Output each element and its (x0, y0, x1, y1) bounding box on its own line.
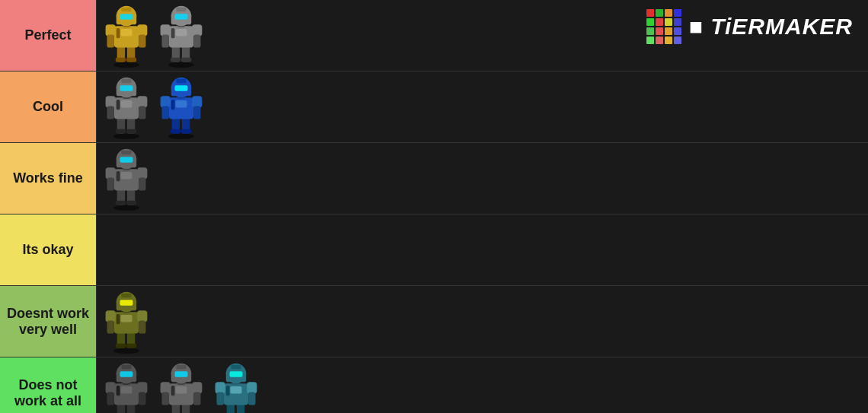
svg-rect-101 (116, 314, 120, 324)
figure-perfect-1 (155, 3, 208, 68)
svg-rect-129 (193, 392, 200, 405)
svg-rect-92 (106, 310, 116, 322)
svg-rect-128 (162, 392, 169, 405)
svg-rect-84 (116, 171, 120, 181)
svg-rect-134 (176, 365, 186, 370)
tier-row-does-not-work: Does not work at all (0, 357, 868, 413)
svg-rect-49 (121, 79, 131, 84)
svg-rect-65 (175, 85, 188, 91)
svg-rect-14 (120, 14, 133, 20)
svg-point-85 (113, 348, 139, 354)
svg-rect-32 (176, 8, 186, 12)
svg-rect-40 (120, 100, 132, 107)
svg-rect-78 (139, 178, 145, 191)
svg-rect-58 (161, 96, 171, 107)
svg-rect-117 (121, 365, 131, 370)
svg-rect-152 (226, 386, 230, 396)
svg-rect-24 (161, 24, 171, 36)
tier-label-its-okay: Its okay (0, 214, 96, 285)
svg-rect-111 (107, 392, 114, 405)
svg-point-0 (113, 62, 139, 68)
svg-rect-59 (192, 96, 202, 107)
svg-rect-38 (126, 129, 136, 134)
svg-rect-76 (137, 167, 147, 179)
svg-rect-74 (120, 172, 132, 179)
svg-rect-126 (161, 382, 171, 393)
svg-rect-43 (107, 106, 114, 119)
tier-content-works-fine (96, 143, 868, 214)
svg-rect-94 (107, 321, 114, 334)
svg-rect-151 (231, 365, 241, 370)
svg-rect-60 (162, 106, 169, 119)
svg-rect-72 (126, 201, 136, 205)
svg-rect-135 (171, 386, 175, 396)
svg-rect-82 (120, 157, 133, 163)
svg-point-34 (113, 133, 139, 139)
svg-rect-26 (162, 35, 169, 48)
svg-rect-144 (247, 382, 257, 393)
tier-content-doesnt-work (96, 286, 868, 357)
svg-rect-33 (171, 28, 175, 38)
svg-rect-91 (120, 315, 132, 322)
svg-rect-20 (171, 58, 180, 62)
svg-rect-89 (126, 344, 136, 348)
tier-label-doesnt-work: Doesnt work very well (0, 286, 96, 357)
svg-rect-145 (217, 392, 224, 405)
tier-row-doesnt-work: Doesnt work very well (0, 286, 868, 357)
svg-rect-100 (121, 294, 131, 298)
svg-rect-7 (106, 24, 116, 36)
svg-rect-133 (175, 371, 188, 377)
tier-content-does-not-work (96, 357, 868, 413)
logo-text: ■ TiERMAKER (689, 14, 853, 40)
svg-rect-6 (120, 29, 132, 36)
svg-rect-99 (120, 300, 133, 306)
svg-rect-8 (137, 24, 147, 36)
svg-point-68 (113, 205, 139, 211)
svg-rect-57 (175, 100, 187, 107)
svg-rect-110 (137, 382, 147, 393)
svg-rect-55 (181, 129, 191, 134)
svg-rect-77 (107, 178, 114, 191)
logo-grid (646, 9, 681, 44)
svg-point-17 (168, 62, 194, 68)
svg-rect-83 (121, 151, 131, 155)
figure-does-not-work-1 (155, 361, 208, 413)
svg-rect-41 (106, 96, 116, 107)
svg-rect-23 (175, 29, 187, 36)
svg-rect-31 (175, 14, 188, 20)
svg-rect-93 (137, 310, 147, 322)
svg-rect-127 (192, 382, 202, 393)
svg-rect-16 (116, 28, 120, 38)
svg-rect-15 (121, 8, 131, 12)
svg-rect-27 (193, 35, 200, 48)
svg-rect-50 (116, 100, 120, 110)
figure-works-fine-0 (100, 146, 153, 211)
svg-rect-67 (171, 100, 175, 110)
tier-label-does-not-work: Does not work at all (0, 357, 96, 413)
tier-label-works-fine: Works fine (0, 143, 96, 214)
figure-does-not-work-2 (209, 361, 263, 413)
svg-rect-88 (116, 344, 126, 348)
svg-rect-25 (192, 24, 202, 36)
tier-label-cool: Cool (0, 71, 96, 142)
svg-rect-9 (107, 35, 114, 48)
svg-rect-95 (139, 321, 145, 334)
svg-rect-109 (106, 382, 116, 393)
tier-label-perfect: Perfect (0, 0, 96, 71)
svg-rect-61 (193, 106, 200, 119)
svg-rect-116 (120, 371, 133, 377)
figure-cool-1 (155, 75, 208, 139)
figure-cool-0 (100, 75, 153, 139)
svg-rect-54 (171, 129, 180, 134)
tier-content-cool (96, 71, 868, 142)
svg-rect-66 (176, 79, 186, 84)
svg-rect-108 (120, 386, 132, 393)
svg-rect-3 (116, 58, 126, 62)
svg-rect-71 (116, 201, 126, 205)
svg-rect-118 (116, 386, 120, 396)
svg-rect-48 (120, 85, 133, 91)
svg-rect-146 (248, 392, 255, 405)
svg-rect-150 (230, 371, 243, 377)
svg-rect-142 (230, 386, 241, 393)
tier-row-its-okay: Its okay (0, 214, 868, 286)
